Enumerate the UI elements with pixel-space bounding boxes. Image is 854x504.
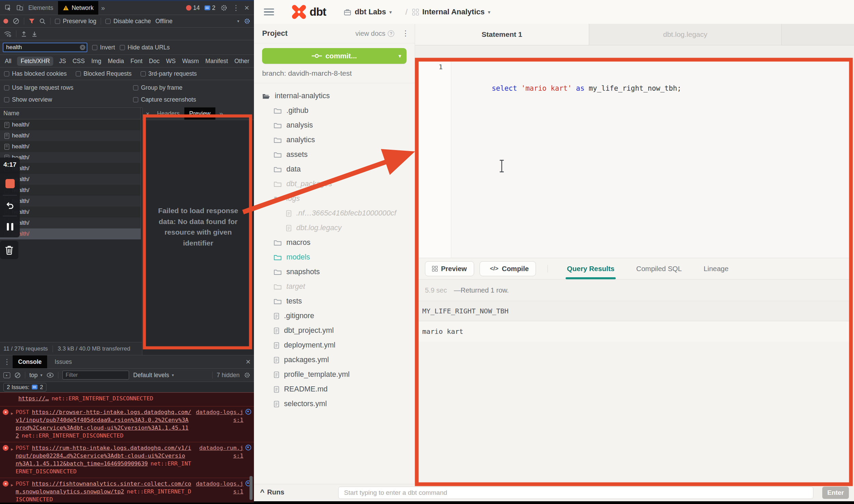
- type-filter[interactable]: Other: [234, 57, 250, 66]
- file-tree-item[interactable]: dbt_project.yml: [254, 323, 415, 338]
- inspect-element-icon[interactable]: [5, 4, 12, 11]
- network-option-checkbox[interactable]: 3rd-party requests: [141, 70, 197, 77]
- clear-filter-icon[interactable]: ×: [80, 45, 85, 50]
- account-switcher[interactable]: dbt Labs ▾: [344, 8, 392, 16]
- devtools-menu-icon[interactable]: ⋮: [232, 4, 240, 12]
- issues-chip[interactable]: 2 Issues: 2: [3, 383, 46, 391]
- sidebar-menu-icon[interactable]: ⋮: [402, 29, 409, 38]
- type-filter[interactable]: Font: [130, 57, 143, 66]
- network-conditions-icon[interactable]: [3, 30, 12, 37]
- file-tree-item[interactable]: logs: [254, 191, 415, 206]
- sql-editor[interactable]: 1 select 'mario kart' as my_life_right_n…: [417, 59, 851, 258]
- results-row[interactable]: mario kart: [417, 321, 851, 342]
- file-tree-item[interactable]: tests: [254, 294, 415, 309]
- editor-tab[interactable]: dbt.log.legacy: [589, 24, 782, 45]
- requests-table-header[interactable]: Name: [0, 108, 141, 119]
- type-filter[interactable]: Fetch/XHR: [17, 57, 53, 66]
- error-source-link[interactable]: datadog-logs.js:1: [194, 408, 243, 424]
- filter-funnel-icon[interactable]: [29, 18, 35, 24]
- disable-cache-checkbox[interactable]: Disable cache: [105, 18, 151, 25]
- file-tree-item[interactable]: internal-analytics: [254, 89, 415, 103]
- tab-console[interactable]: Console: [13, 355, 47, 368]
- network-request-row[interactable]: health/: [0, 207, 141, 218]
- network-request-row[interactable]: health/: [0, 174, 141, 185]
- file-tree-item[interactable]: analysis: [254, 118, 415, 133]
- tab-network[interactable]: Network: [58, 1, 98, 15]
- file-tree-item[interactable]: dbt.log.legacy: [254, 221, 415, 235]
- issues-count-badge[interactable]: 2: [204, 4, 215, 12]
- file-tree-item[interactable]: README.md: [254, 382, 415, 397]
- detail-tab[interactable]: Headers: [152, 107, 184, 120]
- source-badge-icon[interactable]: [245, 409, 251, 415]
- log-levels-dropdown[interactable]: Default levels▾: [133, 372, 174, 379]
- network-filter-input[interactable]: [3, 43, 87, 52]
- type-filter[interactable]: Manifest: [205, 57, 229, 66]
- source-badge-icon[interactable]: [245, 445, 251, 450]
- hide-data-urls-checkbox[interactable]: Hide data URLs: [120, 44, 170, 51]
- file-tree-item[interactable]: .nf…3665c416bfecb1000000cf: [254, 206, 415, 221]
- file-tree-item[interactable]: .gitignore: [254, 309, 415, 323]
- dbt-logo[interactable]: dbt: [291, 4, 326, 20]
- invert-checkbox[interactable]: Invert: [92, 44, 115, 51]
- network-request-row[interactable]: health/: [0, 141, 141, 152]
- file-tree-item[interactable]: dbt_packages: [254, 177, 415, 191]
- error-source-link[interactable]: datadog-logs.js:1: [194, 480, 243, 495]
- device-toolbar-icon[interactable]: [16, 4, 23, 11]
- file-tree-item[interactable]: models: [254, 250, 415, 265]
- type-filter[interactable]: JS: [58, 57, 67, 66]
- network-request-row[interactable]: health/: [0, 228, 141, 239]
- error-source-link[interactable]: datadog-rum.js:1: [194, 444, 243, 460]
- commit-dropdown-icon[interactable]: ▾: [399, 53, 401, 59]
- stop-recording-button[interactable]: [0, 172, 20, 195]
- type-filter[interactable]: CSS: [72, 57, 85, 66]
- import-har-icon[interactable]: [21, 31, 27, 37]
- close-devtools-icon[interactable]: ×: [244, 4, 249, 12]
- network-request-row[interactable]: health/: [0, 218, 141, 228]
- runs-toggle[interactable]: ^Runs: [260, 488, 284, 496]
- close-detail-icon[interactable]: ×: [146, 110, 150, 117]
- throttling-dropdown[interactable]: Offline: [155, 18, 172, 25]
- console-sidebar-icon[interactable]: ▸: [3, 372, 10, 378]
- network-option-checkbox[interactable]: Group by frame: [133, 84, 250, 91]
- console-settings-gear-icon[interactable]: [244, 372, 251, 379]
- expand-arrow-icon[interactable]: ▶: [11, 410, 13, 417]
- type-filter[interactable]: Doc: [148, 57, 160, 66]
- network-option-checkbox[interactable]: Blocked Requests: [76, 70, 132, 77]
- editor-tab[interactable]: Statement 1: [415, 24, 589, 45]
- file-tree-item[interactable]: assets: [254, 147, 415, 162]
- preserve-log-checkbox[interactable]: Preserve log: [55, 18, 96, 25]
- network-request-row[interactable]: health/: [0, 196, 141, 207]
- clear-icon[interactable]: [13, 18, 19, 25]
- close-drawer-icon[interactable]: ×: [246, 358, 251, 366]
- hamburger-menu-icon[interactable]: [264, 9, 274, 16]
- compile-button[interactable]: </> Compile: [480, 261, 536, 276]
- network-request-row[interactable]: health/: [0, 130, 141, 141]
- file-tree-item[interactable]: analytics: [254, 133, 415, 147]
- file-tree-item[interactable]: macros: [254, 235, 415, 250]
- network-request-row[interactable]: health/: [0, 152, 141, 163]
- type-filter[interactable]: Media: [107, 57, 125, 66]
- search-icon[interactable]: [39, 18, 46, 25]
- console-scrollbar[interactable]: [250, 476, 253, 500]
- clear-console-icon[interactable]: [14, 372, 21, 379]
- export-har-icon[interactable]: [31, 31, 38, 37]
- results-tab[interactable]: Query Results: [567, 258, 614, 279]
- project-switcher[interactable]: Internal Analytics ▾: [412, 8, 490, 16]
- console-filter-input[interactable]: [62, 371, 129, 380]
- type-filter[interactable]: Wasm: [182, 57, 200, 66]
- file-tree-item[interactable]: selectors.yml: [254, 397, 415, 411]
- network-request-row[interactable]: health/: [0, 163, 141, 174]
- enter-button[interactable]: Enter: [822, 487, 849, 499]
- context-selector[interactable]: top▾: [29, 372, 42, 379]
- network-request-row[interactable]: health/: [0, 185, 141, 196]
- file-tree-item[interactable]: data: [254, 162, 415, 177]
- file-tree-item[interactable]: target: [254, 279, 415, 294]
- network-option-checkbox[interactable]: Has blocked cookies: [4, 70, 67, 77]
- restart-recording-button[interactable]: [0, 195, 20, 216]
- network-option-checkbox[interactable]: Capture screenshots: [133, 96, 250, 103]
- results-tab[interactable]: Compiled SQL: [636, 258, 682, 279]
- tab-elements[interactable]: Elements: [24, 1, 58, 15]
- error-count-badge[interactable]: 14: [186, 4, 200, 12]
- pause-recording-button[interactable]: [0, 216, 20, 237]
- file-tree-item[interactable]: deployment.yml: [254, 338, 415, 353]
